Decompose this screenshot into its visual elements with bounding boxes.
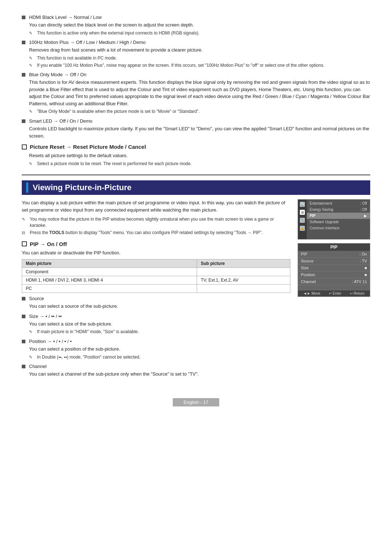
pip-submenu: PIP PIP : On Source : TV Size ■ Position… (298, 243, 370, 297)
pip-row-channel: Channel : ATV 11 (298, 278, 370, 285)
pip-note-2: ⊟ Press the TOOLS button to display "Too… (22, 230, 290, 236)
viewing-section-title: Viewing Picture-in-Picture (33, 183, 131, 192)
pip-row-source: Source : TV (298, 258, 370, 265)
channel-title: Channel (29, 364, 46, 369)
channel-bullet: Channel You can select a channel of the … (22, 364, 290, 378)
blue-only-note-1: ✎ "Blue Only Mode" is available when the… (29, 109, 370, 115)
table-row: HDMI 1, HDMI / DVI 2, HDMI 3, HDMI 4 TV,… (22, 276, 290, 285)
tools-sidebar-icon: 🔧 (300, 218, 305, 223)
section-divider (22, 175, 370, 175)
menu-row-energy: Energy Saving : Off (307, 206, 370, 213)
pip-onoff-title: PIP → On / Off (30, 241, 67, 247)
note-icon: ✎ (29, 31, 35, 36)
table-cell-main: HDMI 1, HDMI / DVI 2, HDMI 3, HDMI 4 (22, 276, 197, 285)
menu-row-empty (307, 231, 370, 238)
motion-plus-body: Removes drag from fast scenes with a lot… (29, 46, 370, 54)
pip-table: Main picture Sub picture Component HDMI … (22, 259, 290, 293)
menu-row-pip: PIP ▶ (307, 213, 370, 219)
note-text: Select a picture mode to be reset. The r… (37, 161, 192, 167)
bullet-square-icon (22, 41, 25, 44)
hdmi-black-body: You can directly select the black level … (29, 21, 370, 29)
channel-body: You can select a channel of the sub-pict… (29, 371, 290, 378)
blue-only-title: Blue Only Mode → Off / On (29, 72, 86, 77)
pip-layout: You can display a sub picture within the… (22, 199, 370, 381)
pip-intro-text: You can display a sub picture within the… (22, 199, 290, 213)
pip-right-col: 📡 ⚙ 🔧 🔒 Entertainment : Off Energy Savin… (298, 199, 370, 381)
motion-plus-title: 100Hz Motion Plus → Off / Low / Medium /… (29, 40, 146, 45)
page-footer: English - 17 (22, 396, 370, 409)
picture-reset-section: Picture Reset → Reset Picture Mode / Can… (22, 144, 370, 167)
motion-plus-note-2: ✎ If you enable "100 Hz Motion Plus", no… (29, 62, 370, 69)
size-note-1: ✎ If main picture is in "HDMI" mode, "Si… (29, 329, 290, 335)
motion-plus-bullet: 100Hz Motion Plus → Off / Low / Medium /… (22, 40, 370, 68)
note-icon: ✎ (29, 355, 35, 360)
viewing-section-heading: Viewing Picture-in-Picture (22, 180, 370, 195)
tools-icon: ⊟ (22, 230, 28, 235)
antenna-icon: 📡 (300, 202, 305, 207)
heading-bar (26, 183, 28, 193)
smart-led-title: Smart LED → Off / On / Demo (29, 118, 93, 124)
note-text: If you enable "100 Hz Motion Plus", nois… (37, 62, 324, 69)
pip-row-position: Position ■ (298, 271, 370, 278)
note-icon: ✎ (29, 56, 35, 61)
tv-setup-menu: 📡 ⚙ 🔧 🔒 Entertainment : Off Energy Savin… (298, 199, 370, 240)
pip-onoff-heading: PIP → On / Off (22, 241, 290, 247)
table-cell-sub: TV, Ext.1, Ext.2, AV (197, 276, 290, 285)
pip-row-pip: PIP : On (298, 251, 370, 258)
note-icon: ✎ (29, 330, 35, 334)
hdmi-black-bullet: HDMI Black Level → Normal / Low You can … (22, 15, 370, 36)
table-cell-sub (197, 268, 290, 276)
pip-row-size: Size ■ (298, 265, 370, 271)
tv-menu-items: Entertainment : Off Energy Saving : Off … (307, 200, 370, 239)
checkbox-icon (22, 241, 27, 246)
table-col2-header: Sub picture (197, 259, 290, 268)
pip-note-1: ✎ You may notice that the picture in the… (22, 216, 290, 229)
note-text: Press the TOOLS button to display "Tools… (30, 230, 263, 236)
checkbox-icon (22, 144, 27, 150)
position-body: You can select a position of the sub-pic… (29, 345, 290, 353)
pip-menu-title: PIP (298, 244, 370, 251)
size-body: You can select a size of the sub-picture… (29, 320, 290, 328)
menu-row-entertainment: Entertainment : Off (307, 200, 370, 206)
picture-reset-title: Picture Reset → Reset Picture Mode / Can… (30, 144, 146, 150)
source-bullet: Source You can select a source of the su… (22, 296, 290, 310)
tv-menu-sidebar: 📡 ⚙ 🔧 🔒 (298, 200, 307, 239)
picture-reset-body: Resets all picture settings to the defau… (29, 152, 370, 159)
bullet-square-icon (22, 16, 25, 19)
position-bullet: Position → ▪ / ▪ / ▪ / ▪ You can select … (22, 339, 290, 360)
source-body: You can select a source of the sub-pictu… (29, 303, 290, 310)
bullet-square-icon (22, 340, 25, 343)
note-icon: ✎ (22, 217, 28, 222)
position-note-1: ✎ In Double (▪▪, ▪▪) mode, "Position" ca… (29, 354, 290, 360)
menu-row-common: Common Interface (307, 225, 370, 231)
hdmi-black-title: HDMI Black Level → Normal / Low (29, 15, 102, 20)
pip-menu-footer: ◄► Move ↵ Enter ↩ Return (298, 290, 370, 296)
size-bullet: Size → ▪ / ▪▪ / ▪▪ You can select a size… (22, 314, 290, 335)
lock-icon: 🔒 (300, 226, 305, 231)
note-text: If main picture is in "HDMI" mode, "Size… (37, 329, 139, 335)
table-col1-header: Main picture (22, 259, 197, 268)
bullet-square-icon (22, 119, 25, 123)
pip-onoff-body: You can activate or deactivate the PIP f… (22, 249, 290, 257)
page-number-badge: English - 17 (173, 398, 220, 406)
menu-row-software: Software Upgrade (307, 219, 370, 225)
bullet-square-icon (22, 365, 25, 368)
gear-icon: ⚙ (300, 210, 305, 215)
note-text: You may notice that the picture in the P… (30, 216, 290, 229)
note-icon: ✎ (29, 109, 35, 114)
picture-reset-note-1: ✎ Select a picture mode to be reset. The… (29, 161, 370, 167)
top-bullets-section: HDMI Black Level → Normal / Low You can … (22, 15, 370, 139)
pip-row-empty (298, 285, 370, 290)
table-row: Component (22, 268, 290, 276)
picture-reset-heading: Picture Reset → Reset Picture Mode / Can… (22, 144, 370, 150)
tv-menu-content: 📡 ⚙ 🔧 🔒 Entertainment : Off Energy Savin… (298, 200, 370, 239)
blue-only-body: This function is for AV device measureme… (29, 79, 370, 107)
bullet-square-icon (22, 73, 25, 77)
bullet-square-icon (22, 297, 25, 300)
note-icon: ✎ (29, 161, 35, 166)
blue-only-bullet: Blue Only Mode → Off / On This function … (22, 72, 370, 115)
note-text: This function is active only when the ex… (37, 30, 200, 36)
smart-led-body: Controls LED backlight to maximize pictu… (29, 125, 370, 139)
table-row: PC (22, 285, 290, 293)
table-cell-main: PC (22, 285, 197, 293)
